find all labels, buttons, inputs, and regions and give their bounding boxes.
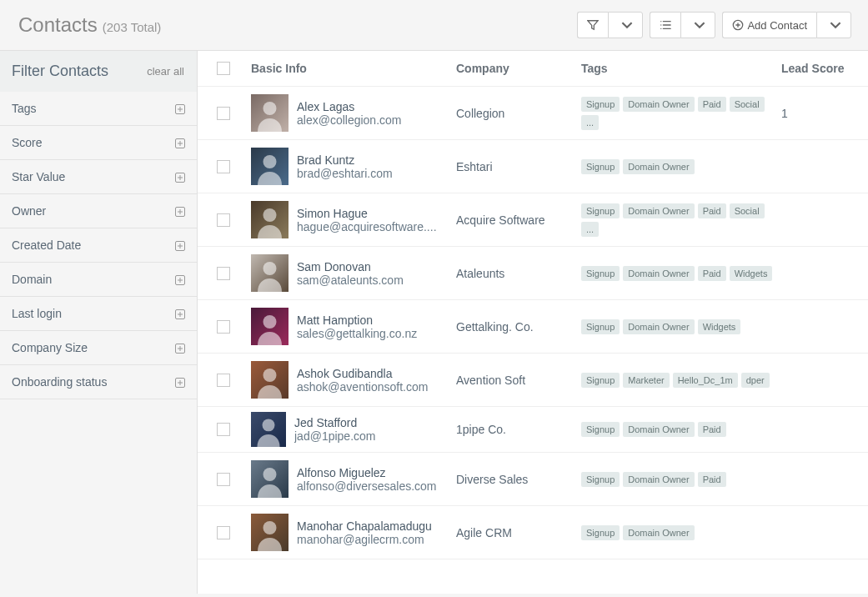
contact-row[interactable]: Sam Donovansam@ataleunts.comAtaleuntsSig…: [198, 247, 868, 300]
contact-name[interactable]: Simon Hague: [297, 207, 437, 220]
row-checkbox[interactable]: [217, 213, 230, 227]
avatar[interactable]: [251, 94, 288, 132]
contact-email[interactable]: alfonso@diversesales.com: [297, 479, 437, 493]
tag[interactable]: Social: [730, 97, 765, 112]
filter-item-company-size[interactable]: Company Size: [0, 331, 197, 365]
clear-all-link[interactable]: clear all: [147, 65, 184, 78]
row-checkbox[interactable]: [217, 320, 230, 334]
contact-email[interactable]: sam@ataleunts.com: [297, 273, 404, 287]
tag[interactable]: Hello_Dc_1m: [673, 373, 738, 388]
tag[interactable]: Domain Owner: [623, 203, 694, 218]
contact-email[interactable]: ashok@aventionsoft.com: [297, 380, 428, 394]
tag[interactable]: Signup: [581, 319, 620, 334]
row-checkbox[interactable]: [217, 107, 230, 120]
tag[interactable]: Domain Owner: [623, 97, 694, 112]
contact-email[interactable]: manohar@agilecrm.com: [297, 533, 432, 546]
avatar[interactable]: [251, 460, 288, 498]
tag[interactable]: Signup: [581, 373, 620, 388]
row-checkbox[interactable]: [217, 526, 230, 539]
contact-row[interactable]: Manohar Chapalamadugumanohar@agilecrm.co…: [198, 506, 868, 559]
row-checkbox[interactable]: [217, 473, 230, 486]
tag[interactable]: dper: [741, 373, 770, 388]
col-basic-info[interactable]: Basic Info: [248, 62, 456, 75]
contact-name[interactable]: Ashok Gudibandla: [297, 367, 428, 380]
filter-dropdown[interactable]: [608, 12, 643, 38]
contact-row[interactable]: Jed Staffordjad@1pipe.com1pipe Co.Signup…: [198, 407, 868, 453]
select-all-checkbox[interactable]: [217, 62, 230, 75]
tag[interactable]: Social: [730, 203, 765, 218]
tag[interactable]: Signup: [581, 472, 620, 487]
contact-name[interactable]: Alex Lagas: [297, 100, 402, 113]
expand-icon[interactable]: [175, 138, 185, 148]
expand-icon[interactable]: [175, 378, 185, 388]
avatar[interactable]: [251, 412, 286, 447]
tag[interactable]: Marketer: [623, 373, 669, 388]
expand-icon[interactable]: [175, 173, 185, 183]
expand-icon[interactable]: [175, 309, 185, 319]
tag[interactable]: Domain Owner: [623, 422, 694, 437]
expand-icon[interactable]: [175, 207, 185, 217]
tag[interactable]: Signup: [581, 266, 620, 281]
filter-item-tags[interactable]: Tags: [0, 92, 197, 126]
tag[interactable]: Paid: [698, 97, 726, 112]
tag[interactable]: Signup: [581, 525, 620, 540]
row-checkbox[interactable]: [217, 423, 230, 436]
view-dropdown[interactable]: [680, 12, 715, 38]
list-view-button[interactable]: [650, 12, 680, 38]
tag[interactable]: Signup: [581, 203, 620, 218]
contact-name[interactable]: Sam Donovan: [297, 260, 404, 273]
tag[interactable]: Domain Owner: [623, 472, 694, 487]
tag[interactable]: Domain Owner: [623, 266, 694, 281]
contact-row[interactable]: Matt Hamptionsales@gettalking.co.nzGetta…: [198, 300, 868, 354]
tags-more[interactable]: ...: [581, 115, 599, 130]
tag[interactable]: Signup: [581, 159, 620, 174]
contact-name[interactable]: Brad Kuntz: [297, 153, 393, 167]
add-contact-dropdown[interactable]: [816, 12, 851, 38]
tag[interactable]: Domain Owner: [623, 159, 694, 174]
contact-email[interactable]: hague@acquiresoftware....: [297, 220, 437, 233]
avatar[interactable]: [251, 148, 288, 185]
row-checkbox[interactable]: [217, 267, 230, 280]
col-company[interactable]: Company: [456, 62, 581, 75]
filter-item-last-login[interactable]: Last login: [0, 297, 197, 331]
contact-row[interactable]: Ashok Gudibandlaashok@aventionsoft.comAv…: [198, 354, 868, 407]
avatar[interactable]: [251, 201, 288, 238]
tag[interactable]: Paid: [698, 266, 726, 281]
avatar[interactable]: [251, 254, 288, 292]
col-tags[interactable]: Tags: [581, 62, 781, 75]
contact-row[interactable]: Simon Haguehague@acquiresoftware....Acqu…: [198, 193, 868, 247]
tag[interactable]: Signup: [581, 97, 620, 112]
tag[interactable]: Widgets: [730, 266, 773, 281]
col-lead-score[interactable]: Lead Score: [781, 62, 856, 75]
filter-item-onboarding-status[interactable]: Onboarding status: [0, 365, 197, 399]
row-checkbox[interactable]: [217, 160, 230, 173]
tag[interactable]: Widgets: [698, 319, 741, 334]
filter-button[interactable]: [577, 12, 608, 38]
add-contact-button[interactable]: Add Contact: [722, 12, 816, 38]
contact-email[interactable]: sales@gettalking.co.nz: [297, 327, 417, 340]
tag[interactable]: Paid: [698, 203, 726, 218]
contact-name[interactable]: Manohar Chapalamadugu: [297, 519, 432, 533]
expand-icon[interactable]: [175, 275, 185, 285]
contact-row[interactable]: Alex Lagasalex@collegion.comCollegionSig…: [198, 87, 868, 140]
tag[interactable]: Domain Owner: [623, 525, 694, 540]
expand-icon[interactable]: [175, 241, 185, 251]
expand-icon[interactable]: [175, 344, 185, 354]
filter-item-owner[interactable]: Owner: [0, 194, 197, 228]
contact-name[interactable]: Matt Hamption: [297, 314, 417, 327]
tag[interactable]: Domain Owner: [623, 319, 694, 334]
contact-email[interactable]: jad@1pipe.com: [294, 429, 376, 443]
filter-item-domain[interactable]: Domain: [0, 263, 197, 297]
avatar[interactable]: [251, 308, 288, 345]
contact-email[interactable]: alex@collegion.com: [297, 113, 402, 127]
filter-item-created-date[interactable]: Created Date: [0, 228, 197, 263]
row-checkbox[interactable]: [217, 374, 230, 387]
filter-item-star-value[interactable]: Star Value: [0, 160, 197, 194]
contact-name[interactable]: Alfonso Miguelez: [297, 466, 437, 479]
avatar[interactable]: [251, 514, 288, 551]
filter-item-score[interactable]: Score: [0, 126, 197, 160]
tags-more[interactable]: ...: [581, 222, 599, 237]
tag[interactable]: Paid: [698, 422, 726, 437]
contact-row[interactable]: Alfonso Miguelezalfonso@diversesales.com…: [198, 453, 868, 506]
contact-row[interactable]: Brad Kuntzbrad@eshtari.comEshtariSignupD…: [198, 140, 868, 193]
